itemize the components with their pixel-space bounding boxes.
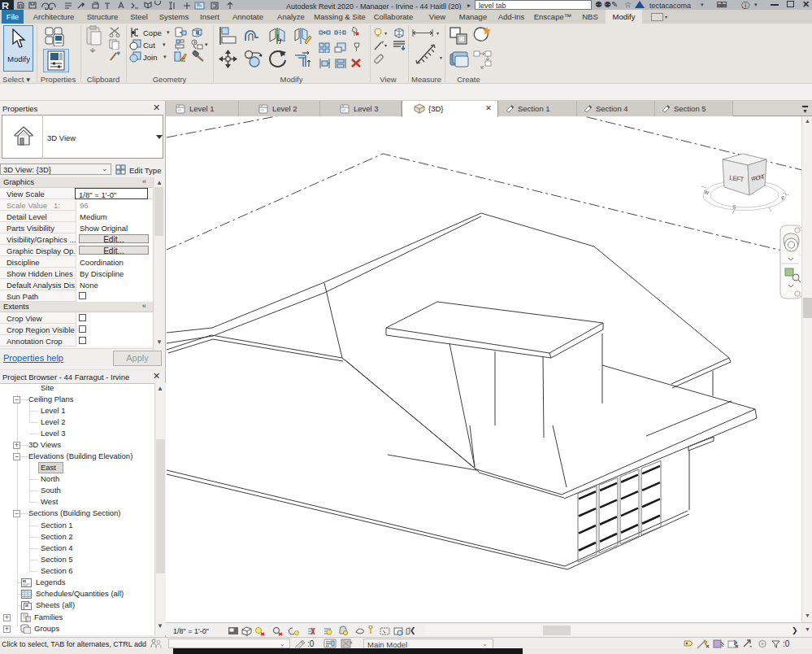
svg-text:E: E: [780, 195, 785, 201]
svg-text:W: W: [704, 190, 710, 195]
svg-text:S: S: [732, 204, 736, 210]
